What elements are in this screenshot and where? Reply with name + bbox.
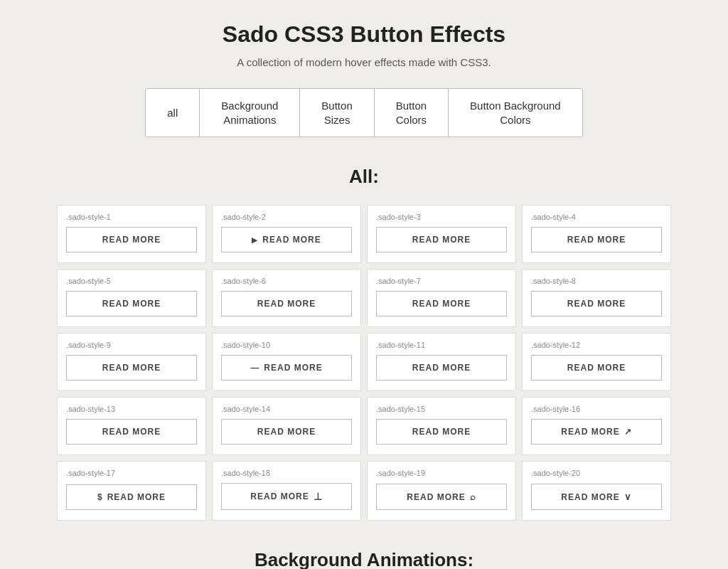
style-cell-19: .sado-style-19 READ MORE ⌕: [367, 461, 516, 521]
demo-btn-8[interactable]: READ MORE: [531, 291, 662, 317]
filter-bg-anim[interactable]: BackgroundAnimations: [200, 89, 300, 137]
all-section-title: All:: [57, 166, 671, 188]
style-label-20: .sado-style-20: [531, 469, 662, 477]
style-cell-13: .sado-style-13 READ MORE: [57, 397, 206, 455]
demo-btn-7[interactable]: READ MORE: [376, 291, 507, 317]
style-cell-6: .sado-style-6 READ MORE: [212, 269, 361, 327]
demo-btn-10[interactable]: READ MORE: [221, 355, 352, 381]
page-subtitle: A collection of modern hover effects mad…: [57, 56, 671, 68]
demo-btn-18[interactable]: READ MORE ⊥: [221, 483, 352, 510]
play-icon: [252, 235, 258, 245]
style-cell-4: .sado-style-4 READ MORE: [522, 205, 671, 263]
style-cell-9: .sado-style-9 READ MORE: [57, 333, 206, 391]
dollar-icon: [97, 492, 103, 502]
style-cell-18: .sado-style-18 READ MORE ⊥: [212, 461, 361, 521]
style-label-2: .sado-style-2: [221, 213, 352, 221]
demo-btn-20[interactable]: READ MORE ∨: [531, 484, 662, 510]
demo-btn-12[interactable]: READ MORE: [531, 355, 662, 381]
style-label-12: .sado-style-12: [531, 341, 662, 349]
page-title: Sado CSS3 Button Effects: [57, 21, 671, 48]
chevron-down-icon: ∨: [624, 491, 632, 502]
style-cell-2: .sado-style-2 READ MORE: [212, 205, 361, 263]
style-cell-8: .sado-style-8 READ MORE: [522, 269, 671, 327]
page-wrapper: Sado CSS3 Button Effects A collection of…: [0, 0, 728, 569]
demo-btn-1[interactable]: READ MORE: [66, 227, 197, 252]
filter-btn-sizes[interactable]: ButtonSizes: [300, 89, 374, 137]
style-label-14: .sado-style-14: [221, 405, 352, 413]
style-label-16: .sado-style-16: [531, 405, 662, 413]
style-label-17: .sado-style-17: [66, 469, 197, 477]
filter-all[interactable]: all: [146, 89, 200, 137]
demo-btn-9[interactable]: READ MORE: [66, 355, 197, 381]
style-label-15: .sado-style-15: [376, 405, 507, 413]
filter-btn-bg-colors[interactable]: Button BackgroundColors: [449, 89, 582, 137]
style-label-7: .sado-style-7: [376, 277, 507, 285]
style-label-9: .sado-style-9: [66, 341, 197, 349]
style-label-8: .sado-style-8: [531, 277, 662, 285]
arrow-icon: [624, 427, 632, 437]
demo-btn-13[interactable]: READ MORE: [66, 419, 197, 445]
underline-icon: ⊥: [314, 491, 323, 502]
all-button-grid: .sado-style-1 READ MORE .sado-style-2 RE…: [57, 205, 671, 521]
style-cell-12: .sado-style-12 READ MORE: [522, 333, 671, 391]
demo-btn-11[interactable]: READ MORE: [376, 355, 507, 381]
style-label-18: .sado-style-18: [221, 469, 352, 477]
filter-bar: all BackgroundAnimations ButtonSizes But…: [145, 88, 582, 137]
demo-btn-14[interactable]: READ MORE: [221, 419, 352, 445]
demo-btn-2[interactable]: READ MORE: [221, 227, 352, 252]
style-cell-20: .sado-style-20 READ MORE ∨: [522, 461, 671, 521]
demo-btn-19[interactable]: READ MORE ⌕: [376, 484, 507, 510]
style-cell-7: .sado-style-7 READ MORE: [367, 269, 516, 327]
style-cell-16: .sado-style-16 READ MORE: [522, 397, 671, 455]
dash-icon: [250, 363, 259, 373]
style-cell-10: .sado-style-10 READ MORE: [212, 333, 361, 391]
bg-anim-section-title: Background Animations:: [57, 549, 671, 569]
style-cell-1: .sado-style-1 READ MORE: [57, 205, 206, 263]
style-label-5: .sado-style-5: [66, 277, 197, 285]
style-cell-17: .sado-style-17 READ MORE: [57, 461, 206, 521]
demo-btn-3[interactable]: READ MORE: [376, 227, 507, 252]
demo-btn-15[interactable]: READ MORE: [376, 419, 507, 445]
demo-btn-5[interactable]: READ MORE: [66, 291, 197, 317]
style-label-10: .sado-style-10: [221, 341, 352, 349]
filter-btn-colors[interactable]: ButtonColors: [375, 89, 449, 137]
style-cell-15: .sado-style-15 READ MORE: [367, 397, 516, 455]
style-cell-11: .sado-style-11 READ MORE: [367, 333, 516, 391]
style-cell-5: .sado-style-5 READ MORE: [57, 269, 206, 327]
style-cell-14: .sado-style-14 READ MORE: [212, 397, 361, 455]
style-label-6: .sado-style-6: [221, 277, 352, 285]
style-label-13: .sado-style-13: [66, 405, 197, 413]
style-label-4: .sado-style-4: [531, 213, 662, 221]
demo-btn-16[interactable]: READ MORE: [531, 419, 662, 445]
demo-btn-4[interactable]: READ MORE: [531, 227, 662, 252]
search-icon: ⌕: [470, 491, 476, 502]
style-label-11: .sado-style-11: [376, 341, 507, 349]
style-label-3: .sado-style-3: [376, 213, 507, 221]
style-label-19: .sado-style-19: [376, 469, 507, 477]
style-cell-3: .sado-style-3 READ MORE: [367, 205, 516, 263]
style-label-1: .sado-style-1: [66, 213, 197, 221]
demo-btn-17[interactable]: READ MORE: [66, 484, 197, 510]
demo-btn-6[interactable]: READ MORE: [221, 291, 352, 317]
